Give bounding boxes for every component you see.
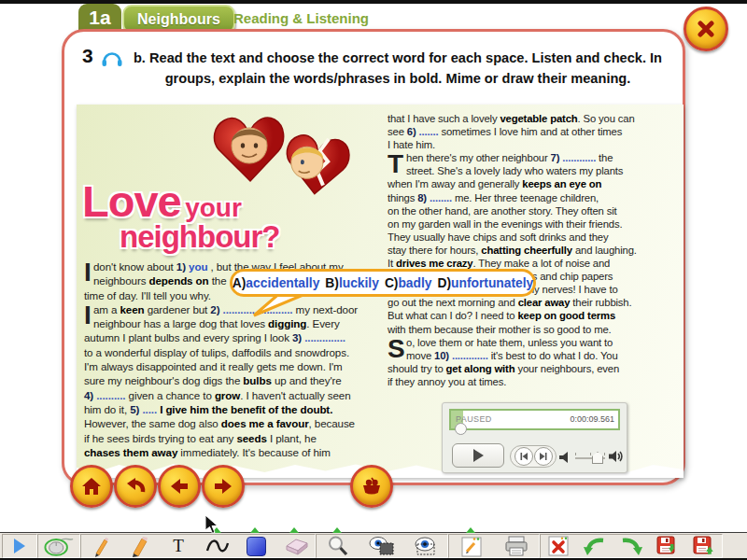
return-arrow-icon <box>124 475 147 497</box>
answer-blank[interactable]: .......... <box>93 389 125 401</box>
dropdown-indicator-icon[interactable] <box>332 527 342 533</box>
passage-text: given a chance to <box>125 389 214 401</box>
freehand-line-button[interactable] <box>203 536 233 556</box>
passage-text: don't know about <box>93 260 176 273</box>
next-track-button[interactable] <box>534 447 553 466</box>
pencil-thick-icon <box>130 536 148 557</box>
app-screen: 1a Neighbours Reading & Listening 3 b. R… <box>0 0 747 560</box>
answer-blank[interactable]: ............. <box>449 350 488 361</box>
option-D[interactable]: D)unfortunately <box>437 276 533 290</box>
passage-line: if they annoy you at times. <box>388 375 684 388</box>
undo-button[interactable] <box>580 536 610 556</box>
passage-column-right: that I have such a lovely vegetable patc… <box>388 112 684 388</box>
right-arrow-icon <box>212 475 234 497</box>
passage-line: on the other hand, are another story. Th… <box>388 204 684 217</box>
home-button[interactable] <box>70 465 113 508</box>
passage-text: 1) <box>176 260 189 273</box>
answer-blank[interactable]: ....... <box>416 126 439 137</box>
answer-blank[interactable]: ..... <box>139 403 157 415</box>
print-button[interactable] <box>501 536 531 556</box>
passage-text: . They make a lot of noise and <box>473 258 611 269</box>
dropdown-indicator-icon[interactable] <box>466 527 475 533</box>
play-button[interactable] <box>452 443 504 468</box>
passage-text: sometimes I love him and at other times <box>438 126 622 137</box>
expand-icon <box>14 539 25 553</box>
eraser-tool-button[interactable] <box>280 536 310 556</box>
option-B[interactable]: B)luckily <box>325 276 379 290</box>
passage-text: on the other hand, are another story. Th… <box>388 205 617 217</box>
toolbar-section-pointer <box>37 534 80 558</box>
passage-text: does me a favour <box>221 417 309 429</box>
activities-button[interactable] <box>350 465 393 508</box>
notepad-icon <box>461 536 482 557</box>
option-word: accidentally <box>246 276 319 290</box>
passage-line: They usually have chips and soft drinks … <box>388 231 684 244</box>
passage-text: However, the same dog also <box>84 417 221 429</box>
magnifier-icon <box>327 535 349 557</box>
open-file-button[interactable] <box>653 536 683 556</box>
option-letter: B) <box>325 276 339 290</box>
tab-unit[interactable]: 1a <box>78 4 121 32</box>
shape-tool-button[interactable] <box>241 536 271 556</box>
previous-track-button[interactable] <box>514 447 533 466</box>
reveal-shape-tool-button[interactable] <box>411 536 441 556</box>
passage-paragraph: Iam a keen gardener but 2) .............… <box>84 302 392 459</box>
expand-toolbar-button[interactable] <box>5 536 35 556</box>
answer-options-callout: A)accidentallyB)luckilyC)badlyD)unfortun… <box>230 269 536 297</box>
passage-text: go out the next morning and <box>388 297 518 308</box>
passage-text: seeds <box>236 432 266 444</box>
drop-cap: I <box>84 259 92 286</box>
close-button[interactable] <box>684 7 728 51</box>
passage-text: 2) <box>210 303 219 315</box>
next-page-button[interactable] <box>202 465 245 508</box>
passage-text: sure my neighbour's dog digs the <box>84 374 243 386</box>
pencil-thick-button[interactable] <box>124 536 154 556</box>
answer-blank[interactable]: .............. <box>302 331 345 343</box>
passage-text: me. Her three teenage children, <box>452 192 599 203</box>
audio-seek-thumb[interactable] <box>455 423 467 435</box>
passage-headline: Love your neighbour? <box>82 175 362 255</box>
save-file-button[interactable] <box>689 536 719 556</box>
passage-paragraph: So, love them or hate them, unless you w… <box>388 336 684 388</box>
exercise-number: 3 <box>82 45 93 67</box>
previous-page-button[interactable] <box>158 465 201 508</box>
passage-text: the <box>209 274 227 287</box>
passage-line: sure my neighbour's dog digs the bulbs u… <box>84 373 392 387</box>
text-tool-button[interactable]: T <box>163 536 193 556</box>
printer-icon <box>504 536 529 556</box>
passage-text: when I'm away and generally <box>388 178 522 189</box>
passage-text: clear away <box>518 297 571 308</box>
magnifier-tool-button[interactable] <box>323 536 353 556</box>
back-button[interactable] <box>114 465 157 508</box>
reveal-area-tool-button[interactable] <box>367 536 397 556</box>
passage-text: neighbours <box>93 274 149 287</box>
play-icon <box>473 449 484 462</box>
passage-line: It drives me crazy. They make a lot of n… <box>388 257 684 270</box>
passage-text: I'm always disappointed and it really ge… <box>84 360 343 372</box>
pointer-tool-button[interactable] <box>44 536 74 556</box>
option-C[interactable]: C)badly <box>385 276 432 290</box>
audio-progress-bar[interactable]: PAUSED 0:00:09.561 <box>449 409 620 430</box>
left-arrow-icon <box>168 475 190 497</box>
dropdown-indicator-icon[interactable] <box>289 527 299 533</box>
dropdown-indicator-icon[interactable] <box>250 527 260 533</box>
passage-line: However, the same dog also does me a fav… <box>84 416 392 430</box>
answer-blank[interactable]: ........ <box>427 192 452 203</box>
option-A[interactable]: A)accidentally <box>233 276 320 290</box>
option-letter: C) <box>385 276 399 290</box>
volume-high-icon[interactable] <box>608 448 625 465</box>
volume-slider-thumb[interactable] <box>592 452 603 464</box>
volume-low-icon[interactable] <box>558 450 571 465</box>
instruction-text: b. Read the text and choose the correct … <box>123 48 672 89</box>
clear-page-button[interactable] <box>543 536 573 556</box>
headphones-icon[interactable] <box>101 49 123 71</box>
pencil-thin-button[interactable] <box>86 536 116 556</box>
notes-tool-button[interactable] <box>457 536 486 556</box>
redo-button[interactable] <box>616 536 646 556</box>
answer-blank[interactable]: ............ <box>559 152 596 163</box>
passage-line: stay there for hours, chatting cheerfull… <box>388 244 684 257</box>
home-icon <box>80 475 103 497</box>
option-word: luckily <box>339 276 379 290</box>
eye-cover-icon <box>369 536 395 556</box>
passage-line: 4) .......... given a chance to grow. I … <box>84 388 392 402</box>
